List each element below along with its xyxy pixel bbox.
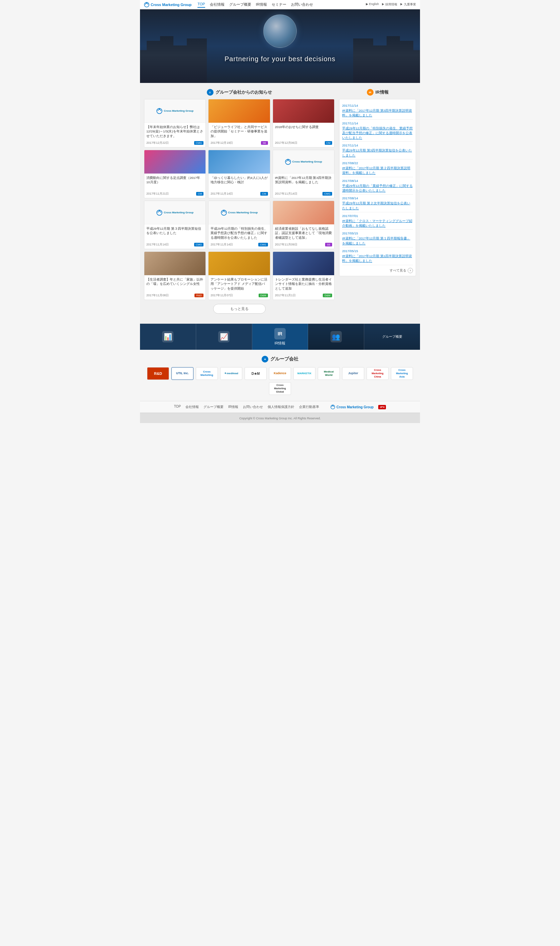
nav-items: TOP会社情報グループ概要IR情報セミナーお問い合わせ <box>197 2 313 8</box>
banner-item-ir[interactable]: IR IR情報 <box>252 324 308 350</box>
group-logo[interactable]: Cross Marketing <box>196 367 218 380</box>
nav-right: ▶ English▶ 採用情報▶ 九重事業 <box>366 2 416 7</box>
news-card[interactable]: Cross Marketing Group 平成29年12月期 第３四半期決算短… <box>144 201 206 249</box>
news-card[interactable]: Cross Marketing Group 【年末年始休業のお知らせ】弊社は12… <box>144 99 206 147</box>
group-logo[interactable]: Jupiter <box>342 367 364 380</box>
news-card[interactable]: Cross Marketing Group IR資料に「2017年12月期 第3… <box>273 150 334 198</box>
more-button[interactable]: もっと見る <box>213 304 266 314</box>
nav-item[interactable]: セミナー <box>272 2 286 8</box>
footer-nav-item[interactable]: TOP <box>174 404 181 409</box>
nav-logo[interactable]: Cross Marketing Group <box>144 2 191 7</box>
footer-nav-item[interactable]: グループ概要 <box>203 404 223 409</box>
news-section: ≡ グループ会社からのお知らせ Cross Marketing Group 【年… <box>144 89 334 318</box>
svg-point-5 <box>287 159 288 160</box>
ir-section-header: IR IR情報 <box>339 89 416 96</box>
banner-item-1[interactable]: 📊 <box>140 324 196 350</box>
banner-icon-1: 📊 <box>162 331 174 343</box>
banner-icon-2: 📈 <box>218 331 229 343</box>
group-logo[interactable]: Kadence <box>269 367 291 380</box>
ir-list-wrap: 2017/11/14 IR資料に「2017年12月期 第3四半期決算説明資料」を… <box>339 99 416 276</box>
group-logo[interactable]: R&D <box>147 367 169 380</box>
ir-list-item: 2017/08/22 IR資料に「2017年12月期 第２四半期決算説明資料」を… <box>342 159 413 177</box>
nav-right-item[interactable]: ▶ English <box>366 2 379 7</box>
footer-nav-item[interactable]: IR情報 <box>228 404 238 409</box>
ir-list-item: 2017/11/14 平成29年12月期 第3四半期決算短信を公表いたしました <box>342 142 413 159</box>
svg-point-3 <box>159 108 160 110</box>
nav-item[interactable]: 会社情報 <box>210 2 225 8</box>
footer-nav-item[interactable]: 企業行動基準 <box>299 404 319 409</box>
group-title-text: グループ会社 <box>270 356 298 362</box>
ir-more-link[interactable]: すべて見る › <box>389 268 413 273</box>
news-card[interactable]: 【生活者調査】年と共に「家族」以外の「場」を広めていくシングル女性 2017年1… <box>144 252 206 300</box>
hero-tagline: Partnering for your best decisions <box>140 55 420 63</box>
news-card[interactable]: トレンダーズ社と業務提携し生活者インサイト情報を新たに抽出・分析資格として追加 … <box>273 252 334 300</box>
banner-row: 📊 📈 IR IR情報 👥 グループ概要 <box>140 324 420 350</box>
nav-item[interactable]: TOP <box>197 2 205 8</box>
footer-nav: TOP会社情報グループ概要IR情報お問い合わせ個人情報保護方針企業行動基準 Cr… <box>140 401 420 413</box>
news-card[interactable]: アンケート結果もプロモーションに活用「アンケートアド メディア配信パッケージ」を… <box>208 252 270 300</box>
svg-point-9 <box>223 210 224 211</box>
ir-list-item: 2017/07/01 IR資料に「クロス・マーケティンググループ紹介動画」を掲載… <box>342 212 413 230</box>
footer-nav-item[interactable]: 個人情報保護方針 <box>268 404 294 409</box>
ir-more-wrap: すべて見る › <box>342 268 413 273</box>
ir-list-item: 2017/08/14 平成29年12月期の「業績予想の修正」に関する適時開示を公… <box>342 177 413 195</box>
ir-icon: IR <box>367 89 374 96</box>
news-card[interactable]: 「ゆっくり暮らしたい」約4人に1人が地方移住に関心・検討 2017年11月14日… <box>208 150 270 198</box>
ir-section: IR IR情報 2017/11/14 IR資料に「2017年12月期 第3四半期… <box>339 89 416 318</box>
banner-group-label: グループ概要 <box>382 334 402 339</box>
banner-icon-ir: IR <box>274 328 286 340</box>
banner-icon-4: 👥 <box>331 331 342 343</box>
nav-right-item[interactable]: ▶ 採用情報 <box>382 2 398 7</box>
ir-list-item: 2017/11/14 平成29年12月期の「特別損失の発生、業績予想及び配当予想… <box>342 120 413 142</box>
group-logo[interactable]: Cross Marketing China <box>366 367 389 380</box>
news-section-title: ≡ グループ会社からのお知らせ <box>144 89 334 96</box>
banner-ir-label: IR情報 <box>274 341 285 346</box>
group-logo[interactable]: ✦medilead <box>220 367 242 380</box>
footer-nav-item[interactable]: 会社情報 <box>185 404 199 409</box>
jpx-badge: JPX <box>378 405 386 409</box>
jpx-label: JPX <box>378 405 386 409</box>
main-nav: Cross Marketing Group TOP会社情報グループ概要IR情報セ… <box>140 0 420 9</box>
ir-list-item: 2017/05/15 IR資料に「2017年12月期 第1四半期決算説明資料」を… <box>342 247 413 265</box>
news-grid: Cross Marketing Group 【年末年始休業のお知らせ】弊社は12… <box>144 99 334 300</box>
group-logo[interactable]: Medical World <box>318 367 340 380</box>
ir-list-item: 2017/08/14 平成29年12月期 第２次半期決算短信を公表いたしました <box>342 194 413 212</box>
ir-more-label: すべて見る <box>389 268 406 273</box>
banner-item-group[interactable]: グループ概要 <box>364 324 420 350</box>
news-card[interactable]: 消費動向に関する定点調査（2017年10月度） 2017年11月21日 CM <box>144 150 206 198</box>
news-card[interactable]: Cross Marketing Group 平成29年12月期の「特別損失の発生… <box>208 201 270 249</box>
nav-item[interactable]: グループ概要 <box>229 2 251 8</box>
banner-item-2[interactable]: 📈 <box>196 324 252 350</box>
footer-logo-text: Cross Marketing Group <box>337 405 374 409</box>
ir-list-item: 2017/05/15 IR資料に「2017年12月期 第１四半期報告書」を掲載し… <box>342 230 413 247</box>
main-content: ≡ グループ会社からのお知らせ Cross Marketing Group 【年… <box>140 83 420 324</box>
hero-section: Partnering for your best decisions <box>140 9 420 83</box>
news-card[interactable]: 2018年のおせちに関する調査 2017年12月06日 CM <box>273 99 334 147</box>
svg-point-1 <box>146 2 147 3</box>
group-logo[interactable]: D★M <box>245 367 267 380</box>
news-icon: ≡ <box>207 89 214 96</box>
group-logo[interactable]: Cross Marketing Asia <box>391 367 413 380</box>
ir-list-item: 2017/11/14 IR資料に「2017年12月期 第3四半期決算説明資料」を… <box>342 102 413 120</box>
news-title-text: グループ会社からのお知らせ <box>215 89 272 95</box>
nav-right-item[interactable]: ▶ 九重事業 <box>400 2 416 7</box>
group-logo[interactable]: UTIL Inc. <box>171 367 194 380</box>
news-card[interactable]: 「ビジューライフ社」と共同サービスの提供開始「セミナー・研修事業を追加」 201… <box>208 99 270 147</box>
group-logo[interactable]: MARKETIX <box>293 367 315 380</box>
nav-item[interactable]: お問い合わせ <box>291 2 313 8</box>
ir-more-arrow: › <box>408 268 413 273</box>
nav-item[interactable]: IR情報 <box>256 2 267 8</box>
news-card[interactable]: 経済産業省創設「おもてなし規格認証」認証支援事業者として「現地消費者確認型として… <box>273 201 334 249</box>
nav-logo-text: Cross Marketing Group <box>151 3 191 7</box>
group-logo[interactable]: Cross Marketing Global <box>269 382 291 395</box>
svg-point-11 <box>332 405 334 406</box>
group-section-title: ✦ グループ会社 <box>144 356 416 363</box>
logo-icon <box>144 2 149 7</box>
footer-nav-item[interactable]: お問い合わせ <box>243 404 263 409</box>
banner-item-4[interactable]: 👥 <box>308 324 364 350</box>
footer-bottom: Copyright © Cross Marketing Group Inc. A… <box>140 413 420 423</box>
footer-logo: Cross Marketing Group <box>331 404 374 409</box>
group-section: ✦ グループ会社 R&DUTIL Inc.Cross Marketing✦med… <box>140 350 420 401</box>
footer-nav-items: TOP会社情報グループ概要IR情報お問い合わせ個人情報保護方針企業行動基準 <box>174 404 319 409</box>
more-button-wrap: もっと見る <box>144 304 334 314</box>
